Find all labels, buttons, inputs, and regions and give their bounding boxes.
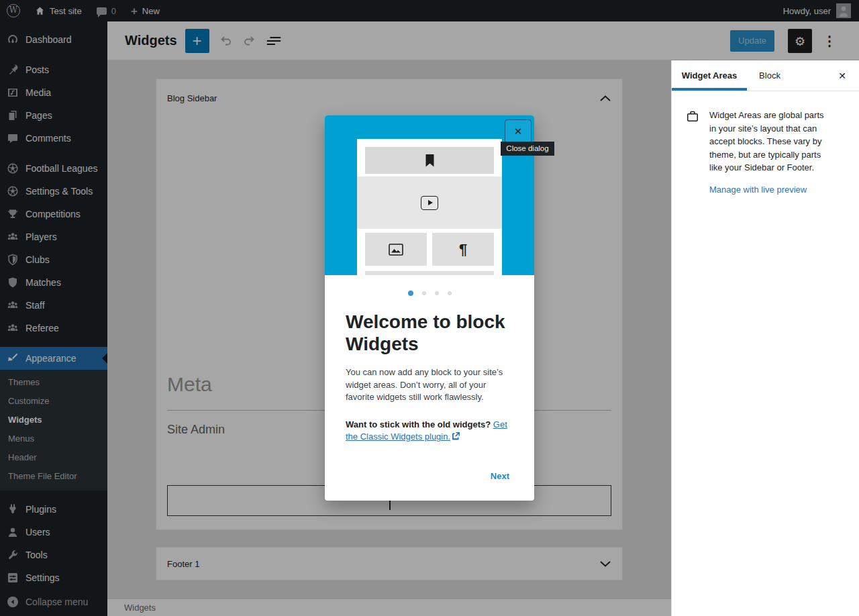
tab-widget-areas[interactable]: Widget Areas <box>672 60 747 91</box>
sidebar-tabs: Widget Areas Block ✕ <box>672 60 859 91</box>
settings-sidebar: Widget Areas Block ✕ Widget Areas are gl… <box>671 60 859 616</box>
next-button[interactable]: Next <box>487 470 513 482</box>
active-tab-underline <box>672 88 747 91</box>
tab-label: Block <box>759 70 780 81</box>
page-dot-3[interactable] <box>435 291 439 295</box>
page-dot-1[interactable] <box>408 291 413 296</box>
guide-illustration-header: ¶ <box>325 115 534 275</box>
guide-body-text: You can now add any block to your site’s… <box>346 366 513 404</box>
illustration-row <box>365 147 494 174</box>
illustration-box <box>365 233 427 266</box>
illustration-row <box>365 271 494 275</box>
image-icon <box>389 244 403 256</box>
close-dialog-button[interactable]: ✕ <box>505 119 532 144</box>
manage-live-preview-link[interactable]: Manage with live preview <box>709 185 847 195</box>
guide-question-bold: Want to stick with the old widgets? <box>346 419 491 429</box>
widget-areas-icon <box>685 109 701 125</box>
guide-page-dots <box>325 291 534 296</box>
close-dialog-tooltip: Close dialog <box>501 142 554 156</box>
guide-title: Welcome to block Widgets <box>346 311 513 355</box>
close-sidebar-button[interactable]: ✕ <box>832 66 852 86</box>
external-link-icon <box>452 432 460 440</box>
welcome-guide-modal: ¶ Welcome to block Widgets You can now a… <box>325 115 534 501</box>
illustration-row: ¶ <box>365 233 494 266</box>
illustration-row <box>357 176 502 229</box>
guide-question-text: Want to stick with the old widgets? Get … <box>346 419 513 444</box>
guide-illustration-card: ¶ <box>357 139 502 275</box>
widget-areas-description: Widget Areas are global parts in your si… <box>709 109 831 174</box>
bookmark-icon <box>425 154 435 167</box>
paragraph-icon: ¶ <box>459 241 467 258</box>
tab-block[interactable]: Block <box>747 60 793 91</box>
illustration-box: ¶ <box>432 233 494 266</box>
page-dot-4[interactable] <box>448 291 452 295</box>
video-icon <box>421 196 438 210</box>
widget-areas-info: Widget Areas are global parts in your si… <box>672 91 859 174</box>
tab-label: Widget Areas <box>682 70 737 81</box>
page-dot-2[interactable] <box>422 291 426 295</box>
